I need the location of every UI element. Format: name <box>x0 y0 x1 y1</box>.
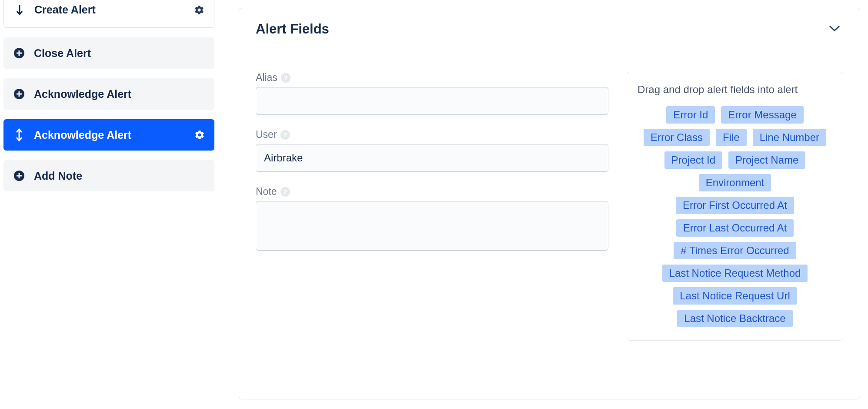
alias-input[interactable] <box>256 87 608 115</box>
sidebar-item-label: Add Note <box>34 170 82 182</box>
help-icon[interactable]: ? <box>280 130 290 140</box>
alert-fields-panel: Alert Fields Alias ? U <box>239 8 860 399</box>
help-icon[interactable]: ? <box>281 73 290 83</box>
panel-title: Alert Fields <box>256 21 329 37</box>
user-field: User ? <box>256 129 608 172</box>
palette-tag[interactable]: Line Number <box>753 129 826 146</box>
sidebar-item-close-alert[interactable]: Close Alert <box>3 37 214 69</box>
updown-arrow-icon <box>13 128 25 141</box>
alert-fields-palette: Drag and drop alert fields into alert Er… <box>627 72 843 341</box>
palette-tag[interactable]: Last Notice Request Url <box>673 287 797 305</box>
user-input[interactable] <box>256 144 608 172</box>
palette-tag[interactable]: File <box>716 129 747 146</box>
palette-title: Drag and drop alert fields into alert <box>638 83 832 97</box>
sidebar-item-add-note[interactable]: Add Note <box>3 160 214 191</box>
alias-field: Alias ? <box>256 72 608 115</box>
palette-tag[interactable]: Error Class <box>644 129 710 146</box>
palette-tag[interactable]: Environment <box>699 174 771 191</box>
note-label: Note <box>256 186 277 198</box>
sidebar-item-label: Create Alert <box>34 3 96 16</box>
sidebar-item-label: Close Alert <box>34 47 91 60</box>
plus-circle-icon <box>13 88 25 100</box>
palette-tag[interactable]: Project Id <box>664 151 722 169</box>
palette-tag[interactable]: Project Name <box>728 151 805 169</box>
sidebar-item-label: Acknowledge Alert <box>34 129 131 141</box>
note-field: Note ? <box>256 186 608 252</box>
palette-tag[interactable]: Last Notice Request Method <box>662 265 808 282</box>
chevron-down-icon <box>828 24 841 32</box>
palette-tags: Error IdError MessageError ClassFileLine… <box>638 106 832 327</box>
note-input[interactable] <box>256 201 608 251</box>
alias-label: Alias <box>256 72 277 84</box>
palette-tag[interactable]: Error Last Occurred At <box>676 219 794 237</box>
help-icon[interactable]: ? <box>280 187 290 197</box>
collapse-toggle[interactable] <box>828 24 843 34</box>
palette-tag[interactable]: Error Id <box>666 106 715 124</box>
user-label: User <box>256 129 277 141</box>
plus-circle-icon <box>13 47 25 59</box>
palette-tag[interactable]: Error Message <box>721 106 803 124</box>
gear-icon[interactable] <box>194 130 205 140</box>
sidebar-item-acknowledge-alert[interactable]: Acknowledge Alert <box>3 78 214 110</box>
palette-tag[interactable]: Error First Occurred At <box>676 197 794 214</box>
alert-fields-form: Alias ? User ? Note ? <box>256 72 608 341</box>
sidebar-item-acknowledge-alert-selected[interactable]: Acknowledge Alert <box>3 119 214 151</box>
actions-sidebar: Create Alert Close Alert <box>3 0 214 191</box>
sidebar-item-label: Acknowledge Alert <box>34 88 131 101</box>
plus-circle-icon <box>13 170 25 181</box>
palette-tag[interactable]: # Times Error Occurred <box>674 242 796 259</box>
sidebar-item-create-alert[interactable]: Create Alert <box>3 0 214 28</box>
palette-tag[interactable]: Last Notice Backtrace <box>677 310 792 327</box>
gear-icon[interactable] <box>194 5 204 15</box>
down-arrow-icon <box>13 5 26 15</box>
